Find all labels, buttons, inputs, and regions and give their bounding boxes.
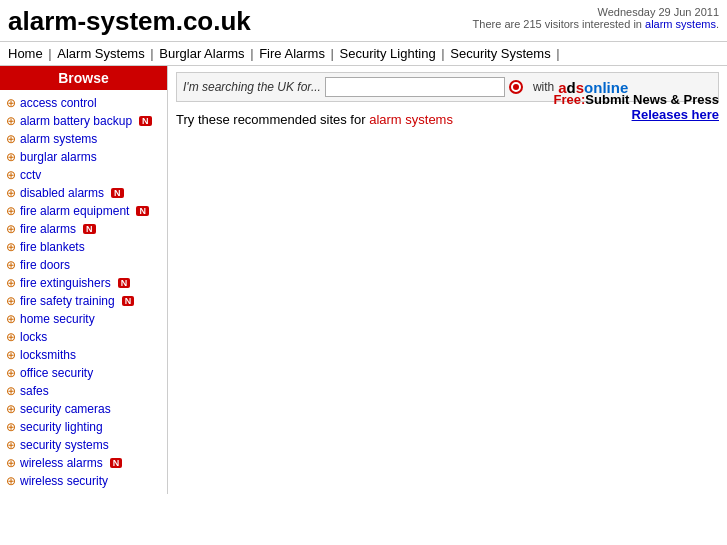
arrow-icon: ⊕ bbox=[6, 150, 16, 164]
sidebar-item-link[interactable]: access control bbox=[20, 96, 97, 110]
navbar: Home | Alarm Systems | Burglar Alarms | … bbox=[0, 41, 727, 66]
arrow-icon: ⊕ bbox=[6, 402, 16, 416]
sidebar-item-link[interactable]: locks bbox=[20, 330, 47, 344]
new-badge: N bbox=[83, 224, 96, 234]
date-text: Wednesday 29 Jun 2011 bbox=[473, 6, 719, 18]
list-item: ⊕locksmiths bbox=[0, 346, 167, 364]
with-label: with bbox=[533, 80, 554, 94]
search-label: I'm searching the UK for... bbox=[183, 80, 321, 94]
sidebar-item-link[interactable]: fire safety training bbox=[20, 294, 115, 308]
sidebar-title: Browse bbox=[0, 66, 167, 90]
sidebar-item-link[interactable]: wireless security bbox=[20, 474, 108, 488]
releases-here-link[interactable]: Releases here bbox=[554, 107, 719, 122]
sidebar-item-link[interactable]: fire extinguishers bbox=[20, 276, 111, 290]
sidebar-item-link[interactable]: alarm battery backup bbox=[20, 114, 132, 128]
content-body: Try these recommended sites for alarm sy… bbox=[176, 112, 719, 135]
sidebar-item-link[interactable]: wireless alarms bbox=[20, 456, 103, 470]
arrow-icon: ⊕ bbox=[6, 186, 16, 200]
list-item: ⊕office security bbox=[0, 364, 167, 382]
free-submit-line1: Free:Submit News & Press bbox=[554, 92, 719, 107]
content-area: I'm searching the UK for... with adsonli… bbox=[168, 66, 727, 494]
arrow-icon: ⊕ bbox=[6, 222, 16, 236]
new-badge: N bbox=[118, 278, 131, 288]
sidebar-item-link[interactable]: home security bbox=[20, 312, 95, 326]
new-badge: N bbox=[110, 458, 123, 468]
list-item: ⊕fire alarmsN bbox=[0, 220, 167, 238]
visitor-info: There are 215 visitors interested in ala… bbox=[473, 18, 719, 30]
list-item: ⊕fire extinguishersN bbox=[0, 274, 167, 292]
arrow-icon: ⊕ bbox=[6, 132, 16, 146]
sidebar: Browse ⊕access control⊕alarm battery bac… bbox=[0, 66, 168, 494]
list-item: ⊕fire doors bbox=[0, 256, 167, 274]
list-item: ⊕access control bbox=[0, 94, 167, 112]
new-badge: N bbox=[139, 116, 152, 126]
list-item: ⊕fire alarm equipmentN bbox=[0, 202, 167, 220]
arrow-icon: ⊕ bbox=[6, 312, 16, 326]
arrow-icon: ⊕ bbox=[6, 204, 16, 218]
arrow-icon: ⊕ bbox=[6, 294, 16, 308]
arrow-icon: ⊕ bbox=[6, 348, 16, 362]
sidebar-list: ⊕access control⊕alarm battery backupN⊕al… bbox=[0, 90, 167, 494]
arrow-icon: ⊕ bbox=[6, 330, 16, 344]
arrow-icon: ⊕ bbox=[6, 258, 16, 272]
arrow-icon: ⊕ bbox=[6, 456, 16, 470]
arrow-icon: ⊕ bbox=[6, 366, 16, 380]
sidebar-item-link[interactable]: alarm systems bbox=[20, 132, 97, 146]
sidebar-item-link[interactable]: security systems bbox=[20, 438, 109, 452]
free-submit: Free:Submit News & Press Releases here bbox=[554, 92, 719, 122]
sidebar-item-link[interactable]: fire doors bbox=[20, 258, 70, 272]
list-item: ⊕fire safety trainingN bbox=[0, 292, 167, 310]
nav-home[interactable]: Home bbox=[8, 46, 43, 61]
arrow-icon: ⊕ bbox=[6, 114, 16, 128]
arrow-icon: ⊕ bbox=[6, 276, 16, 290]
list-item: ⊕burglar alarms bbox=[0, 148, 167, 166]
recommended-sites: Try these recommended sites for alarm sy… bbox=[176, 112, 453, 127]
list-item: ⊕home security bbox=[0, 310, 167, 328]
sidebar-item-link[interactable]: cctv bbox=[20, 168, 41, 182]
list-item: ⊕safes bbox=[0, 382, 167, 400]
list-item: ⊕security cameras bbox=[0, 400, 167, 418]
visitor-link[interactable]: alarm systems bbox=[645, 18, 716, 30]
main-layout: Browse ⊕access control⊕alarm battery bac… bbox=[0, 66, 727, 494]
list-item: ⊕alarm systems bbox=[0, 130, 167, 148]
list-item: ⊕security systems bbox=[0, 436, 167, 454]
list-item: ⊕wireless security bbox=[0, 472, 167, 490]
list-item: ⊕fire blankets bbox=[0, 238, 167, 256]
nav-alarm-systems[interactable]: Alarm Systems bbox=[57, 46, 144, 61]
list-item: ⊕cctv bbox=[0, 166, 167, 184]
header-right: Wednesday 29 Jun 2011 There are 215 visi… bbox=[473, 6, 719, 30]
arrow-icon: ⊕ bbox=[6, 474, 16, 488]
sidebar-item-link[interactable]: locksmiths bbox=[20, 348, 76, 362]
search-input[interactable] bbox=[325, 77, 505, 97]
free-label: Free: bbox=[554, 92, 586, 107]
list-item: ⊕locks bbox=[0, 328, 167, 346]
new-badge: N bbox=[122, 296, 135, 306]
nav-security-lighting[interactable]: Security Lighting bbox=[340, 46, 436, 61]
arrow-icon: ⊕ bbox=[6, 96, 16, 110]
arrow-icon: ⊕ bbox=[6, 384, 16, 398]
sidebar-item-link[interactable]: fire alarm equipment bbox=[20, 204, 129, 218]
sidebar-item-link[interactable]: burglar alarms bbox=[20, 150, 97, 164]
header: alarm-system.co.uk Wednesday 29 Jun 2011… bbox=[0, 0, 727, 41]
nav-burglar-alarms[interactable]: Burglar Alarms bbox=[159, 46, 244, 61]
submit-text: Submit News & Press bbox=[585, 92, 719, 107]
new-badge: N bbox=[111, 188, 124, 198]
new-badge: N bbox=[136, 206, 149, 216]
nav-security-systems[interactable]: Security Systems bbox=[450, 46, 550, 61]
sidebar-item-link[interactable]: office security bbox=[20, 366, 93, 380]
sidebar-item-link[interactable]: disabled alarms bbox=[20, 186, 104, 200]
sidebar-item-link[interactable]: fire blankets bbox=[20, 240, 85, 254]
sidebar-item-link[interactable]: security lighting bbox=[20, 420, 103, 434]
radio-button[interactable] bbox=[509, 80, 523, 94]
visitor-text: There are 215 visitors interested in bbox=[473, 18, 645, 30]
list-item: ⊕wireless alarmsN bbox=[0, 454, 167, 472]
recommended-link[interactable]: alarm systems bbox=[369, 112, 453, 127]
sidebar-item-link[interactable]: security cameras bbox=[20, 402, 111, 416]
sidebar-item-link[interactable]: fire alarms bbox=[20, 222, 76, 236]
arrow-icon: ⊕ bbox=[6, 168, 16, 182]
list-item: ⊕security lighting bbox=[0, 418, 167, 436]
list-item: ⊕disabled alarmsN bbox=[0, 184, 167, 202]
nav-fire-alarms[interactable]: Fire Alarms bbox=[259, 46, 325, 61]
sidebar-item-link[interactable]: safes bbox=[20, 384, 49, 398]
site-title: alarm-system.co.uk bbox=[8, 6, 251, 37]
